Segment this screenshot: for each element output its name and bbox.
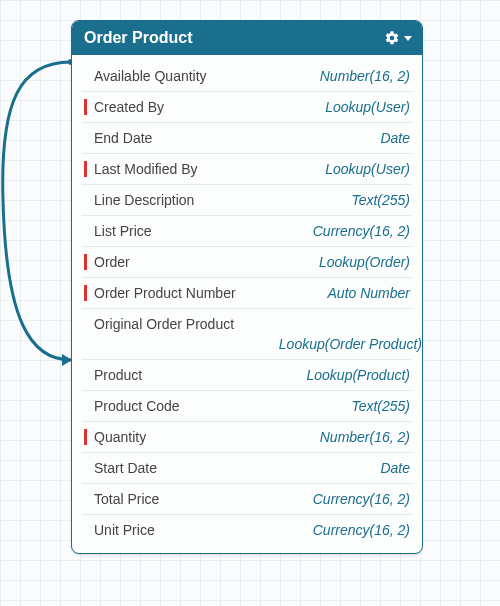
chevron-down-icon — [404, 36, 412, 41]
field-name: Original Order Product — [90, 316, 410, 332]
required-marker — [82, 522, 90, 538]
required-marker — [82, 429, 90, 445]
field-row[interactable]: Available QuantityNumber(16, 2) — [82, 61, 412, 92]
field-type: Lookup(Product) — [298, 367, 410, 383]
field-type: Text(255) — [343, 398, 410, 414]
field-type: Number(16, 2) — [312, 68, 410, 84]
field-name: Product Code — [90, 398, 343, 414]
field-type: Lookup(Order Product) — [82, 332, 422, 352]
field-row[interactable]: OrderLookup(Order) — [82, 247, 412, 278]
gear-icon — [384, 30, 400, 46]
field-name: Unit Price — [90, 522, 305, 538]
field-name: Product — [90, 367, 298, 383]
required-marker — [82, 223, 90, 239]
field-list: Available QuantityNumber(16, 2)Created B… — [72, 55, 422, 553]
field-type: Lookup(Order) — [311, 254, 410, 270]
panel-header: Order Product — [72, 21, 422, 55]
field-name: Total Price — [90, 491, 305, 507]
required-marker — [82, 491, 90, 507]
required-marker — [82, 192, 90, 208]
required-marker — [82, 398, 90, 414]
field-row[interactable]: Start DateDate — [82, 453, 412, 484]
field-type: Date — [372, 460, 410, 476]
field-row[interactable]: Created ByLookup(User) — [82, 92, 412, 123]
field-name: End Date — [90, 130, 372, 146]
field-row[interactable]: Last Modified ByLookup(User) — [82, 154, 412, 185]
field-type: Currency(16, 2) — [305, 223, 410, 239]
field-type: Date — [372, 130, 410, 146]
field-row[interactable]: Total PriceCurrency(16, 2) — [82, 484, 412, 515]
field-name: Created By — [90, 99, 317, 115]
field-row[interactable]: Line DescriptionText(255) — [82, 185, 412, 216]
field-row[interactable]: List PriceCurrency(16, 2) — [82, 216, 412, 247]
panel-title: Order Product — [84, 29, 384, 47]
required-marker — [82, 460, 90, 476]
required-marker — [82, 130, 90, 146]
required-marker — [82, 254, 90, 270]
field-row[interactable]: Product CodeText(255) — [82, 391, 412, 422]
panel-options-menu[interactable] — [384, 30, 412, 46]
required-marker — [82, 367, 90, 383]
field-name: List Price — [90, 223, 305, 239]
field-name: Last Modified By — [90, 161, 317, 177]
field-type: Auto Number — [320, 285, 410, 301]
field-row[interactable]: ProductLookup(Product) — [82, 360, 412, 391]
field-type: Currency(16, 2) — [305, 491, 410, 507]
required-marker — [82, 99, 90, 115]
field-type: Lookup(User) — [317, 161, 410, 177]
required-marker — [82, 68, 90, 84]
field-type: Currency(16, 2) — [305, 522, 410, 538]
required-marker — [82, 316, 90, 332]
field-row[interactable]: Original Order ProductLookup(Order Produ… — [82, 309, 412, 360]
field-type: Number(16, 2) — [312, 429, 410, 445]
field-row[interactable]: Order Product NumberAuto Number — [82, 278, 412, 309]
field-type: Lookup(User) — [317, 99, 410, 115]
field-name: Available Quantity — [90, 68, 312, 84]
field-name: Start Date — [90, 460, 372, 476]
field-name: Order Product Number — [90, 285, 320, 301]
entity-panel: Order Product Available QuantityNumber(1… — [71, 20, 423, 554]
required-marker — [82, 161, 90, 177]
field-type: Text(255) — [343, 192, 410, 208]
field-row[interactable]: QuantityNumber(16, 2) — [82, 422, 412, 453]
required-marker — [82, 285, 90, 301]
field-name: Line Description — [90, 192, 343, 208]
field-name: Quantity — [90, 429, 312, 445]
field-row[interactable]: Unit PriceCurrency(16, 2) — [82, 515, 412, 545]
field-name: Order — [90, 254, 311, 270]
field-row[interactable]: End DateDate — [82, 123, 412, 154]
